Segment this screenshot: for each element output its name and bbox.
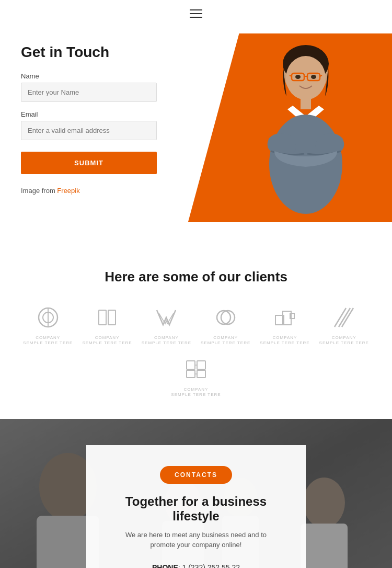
company-logo-3-label: COMPANYSEMPLE TERE TERE: [142, 335, 191, 346]
image-credit: Image from Freepik: [21, 187, 183, 195]
list-item: COMPANYSEMPLE TERE TERE: [319, 304, 369, 346]
freepik-link[interactable]: Freepik: [57, 187, 79, 195]
email-input[interactable]: [21, 121, 157, 140]
svg-rect-16: [108, 310, 116, 325]
menu-icon[interactable]: [190, 9, 202, 18]
company-logo-1-label: COMPANYSEMPLE TERE TERE: [23, 335, 73, 346]
svg-rect-29: [187, 370, 195, 378]
header: [0, 0, 392, 23]
company-logo-4-icon: [212, 304, 239, 331]
list-item: COMPANYSEMPLE TERE TERE: [260, 304, 309, 346]
company-logo-7-icon: [182, 356, 210, 383]
company-logo-1-icon: [34, 304, 62, 331]
company-logo-3-icon: [153, 304, 180, 331]
contacts-title: Together for a business lifestyle: [112, 494, 280, 524]
list-item: COMPANYSEMPLE TERE TERE: [82, 304, 132, 346]
contacts-tagline: We are here to meet any business need an…: [112, 530, 280, 550]
name-label: Name: [21, 72, 183, 80]
contact-card: CONTACTS Together for a business lifesty…: [86, 445, 306, 568]
list-item: COMPANYSEMPLE TERE TERE: [201, 304, 250, 346]
svg-rect-15: [99, 310, 106, 325]
contacts-section: CONTACTS Together for a business lifesty…: [0, 419, 392, 568]
svg-rect-30: [197, 370, 205, 378]
hero-image-area: [172, 23, 392, 243]
company-logo-5-icon: [271, 304, 298, 331]
woman-figure: [214, 28, 387, 232]
clients-section: Here are some of our clients COMPANYSEMP…: [0, 243, 392, 419]
company-logo-4-label: COMPANYSEMPLE TERE TERE: [201, 335, 250, 346]
name-group: Name: [21, 72, 183, 102]
company-logo-2-label: COMPANYSEMPLE TERE TERE: [82, 335, 132, 346]
email-label: Email: [21, 110, 183, 118]
contacts-button[interactable]: CONTACTS: [160, 466, 232, 484]
contact-title: Get in Touch: [21, 44, 183, 61]
contact-section: Get in Touch Name Email SUBMIT Image fro…: [0, 23, 392, 243]
email-group: Email: [21, 110, 183, 140]
company-logo-7-label: COMPANYSEMPLE TERE TERE: [171, 387, 221, 398]
company-logo-6-icon: [330, 304, 358, 331]
clients-title: Here are some of our clients: [21, 269, 371, 285]
company-logo-6-label: COMPANYSEMPLE TERE TERE: [319, 335, 369, 346]
list-item: COMPANYSEMPLE TERE TERE: [171, 356, 221, 398]
svg-point-9: [311, 75, 316, 79]
contact-form: Get in Touch Name Email SUBMIT Image fro…: [21, 44, 183, 195]
contact-phone: PHONE: 1 (232) 252 55 22: [112, 562, 280, 568]
list-item: COMPANYSEMPLE TERE TERE: [142, 304, 191, 346]
name-input[interactable]: [21, 83, 157, 102]
clients-logos: COMPANYSEMPLE TERE TERE COMPANYSEMPLE TE…: [21, 304, 371, 398]
svg-rect-27: [187, 361, 195, 369]
company-logo-5-label: COMPANYSEMPLE TERE TERE: [260, 335, 309, 346]
svg-rect-10: [301, 98, 311, 109]
company-logo-2-icon: [94, 304, 121, 331]
submit-button[interactable]: SUBMIT: [21, 152, 157, 174]
list-item: COMPANYSEMPLE TERE TERE: [23, 304, 73, 346]
svg-point-8: [295, 75, 301, 79]
svg-rect-28: [197, 361, 205, 369]
